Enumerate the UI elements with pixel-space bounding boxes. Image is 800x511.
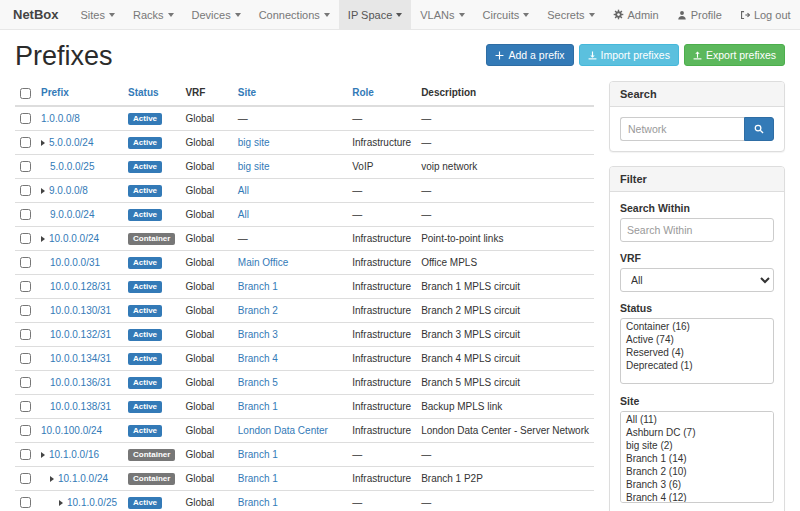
nav-item-devices[interactable]: Devices (183, 0, 250, 29)
listbox-option[interactable]: Branch 1 (14) (622, 452, 772, 465)
listbox-option[interactable]: Active (74) (622, 333, 772, 346)
nav-item-circuits[interactable]: Circuits (474, 0, 539, 29)
search-input[interactable] (620, 117, 744, 141)
prefix-link[interactable]: 5.0.0.0/24 (49, 137, 93, 148)
listbox-option[interactable]: Reserved (4) (622, 346, 772, 359)
site-link[interactable]: Branch 1 (238, 401, 278, 412)
export-prefixes-label: Export prefixes (706, 49, 776, 61)
table-row: 10.0.0.0/31ActiveGlobalMain OfficeInfras… (15, 250, 594, 274)
row-checkbox[interactable] (20, 137, 31, 148)
status-cell: Active (123, 418, 180, 442)
site-link[interactable]: All (238, 185, 249, 196)
row-checkbox[interactable] (20, 329, 31, 340)
site-link[interactable]: big site (238, 161, 270, 172)
prefix-link[interactable]: 10.1.0.0/16 (49, 449, 99, 460)
select-all-checkbox[interactable] (20, 88, 31, 99)
nav-item-racks[interactable]: Racks (124, 0, 183, 29)
nav-item-connections[interactable]: Connections (250, 0, 339, 29)
checkbox-cell (15, 178, 36, 202)
prefix-link[interactable]: 5.0.0.0/25 (50, 161, 94, 172)
site-link[interactable]: big site (238, 137, 270, 148)
prefix-link[interactable]: 10.0.100.0/24 (41, 425, 102, 436)
column-header-site[interactable]: Site (238, 87, 256, 98)
prefix-link[interactable]: 10.0.0.128/31 (50, 281, 111, 292)
nav-item-sites[interactable]: Sites (72, 0, 124, 29)
prefix-link[interactable]: 10.0.0.136/31 (50, 377, 111, 388)
listbox-option[interactable]: All (11) (622, 413, 772, 426)
row-checkbox[interactable] (20, 113, 31, 124)
prefix-link[interactable]: 9.0.0.0/8 (49, 185, 88, 196)
row-checkbox[interactable] (20, 281, 31, 292)
nav-admin[interactable]: Admin (604, 0, 668, 29)
prefix-link[interactable]: 10.1.0.0/25 (67, 497, 117, 508)
nav-item-ip-space[interactable]: IP Space (339, 0, 411, 29)
prefix-link[interactable]: 1.0.0.0/8 (41, 113, 80, 124)
row-checkbox[interactable] (20, 377, 31, 388)
row-checkbox[interactable] (20, 353, 31, 364)
site-link[interactable]: London Data Center (238, 425, 328, 436)
nav-item-secrets[interactable]: Secrets (538, 0, 603, 29)
vrf-cell: Global (180, 226, 232, 250)
checkbox-cell (15, 490, 36, 511)
listbox-option[interactable]: big site (2) (622, 439, 772, 452)
row-checkbox[interactable] (20, 209, 31, 220)
row-checkbox[interactable] (20, 449, 31, 460)
status-listbox[interactable]: Container (16)Active (74)Reserved (4)Dep… (620, 318, 774, 384)
site-link[interactable]: Branch 3 (238, 329, 278, 340)
listbox-option[interactable]: Branch 4 (12) (622, 491, 772, 503)
row-checkbox[interactable] (20, 497, 31, 508)
vrf-cell: Global (180, 442, 232, 466)
column-header-status[interactable]: Status (128, 87, 159, 98)
column-header-prefix[interactable]: Prefix (41, 87, 69, 98)
prefix-link[interactable]: 10.0.0.132/31 (50, 329, 111, 340)
role-cell: — (347, 202, 416, 226)
prefix-link[interactable]: 10.0.0.0/31 (50, 257, 100, 268)
listbox-option[interactable]: Deprecated (1) (622, 359, 772, 372)
site-link[interactable]: Branch 1 (238, 449, 278, 460)
prefix-link[interactable]: 10.0.0.134/31 (50, 353, 111, 364)
site-listbox[interactable]: All (11)Ashburn DC (7)big site (2)Branch… (620, 411, 774, 503)
site-link[interactable]: Branch 5 (238, 377, 278, 388)
column-header-role[interactable]: Role (352, 87, 374, 98)
site-link[interactable]: Branch 1 (238, 473, 278, 484)
nav-item-vlans[interactable]: VLANs (411, 0, 473, 29)
nav-logout[interactable]: Log out (731, 0, 800, 29)
prefix-link[interactable]: 10.1.0.0/24 (58, 473, 108, 484)
nav-profile[interactable]: Profile (668, 0, 731, 29)
listbox-option[interactable]: Container (16) (622, 320, 772, 333)
role-cell: Infrastructure (347, 250, 416, 274)
listbox-option[interactable]: Ashburn DC (7) (622, 426, 772, 439)
site-link[interactable]: Main Office (238, 257, 288, 268)
row-checkbox[interactable] (20, 473, 31, 484)
row-checkbox[interactable] (20, 305, 31, 316)
row-checkbox[interactable] (20, 401, 31, 412)
prefix-link[interactable]: 10.0.0.0/24 (49, 233, 99, 244)
prefix-link[interactable]: 9.0.0.0/24 (50, 209, 94, 220)
site-cell: Branch 1 (233, 466, 347, 490)
site-cell: Branch 1 (233, 442, 347, 466)
search-button[interactable] (744, 117, 774, 141)
site-link[interactable]: Branch 1 (238, 497, 278, 508)
status-badge: Active (128, 377, 162, 389)
search-within-input[interactable] (620, 218, 774, 242)
row-checkbox[interactable] (20, 161, 31, 172)
row-checkbox[interactable] (20, 233, 31, 244)
site-link[interactable]: All (238, 209, 249, 220)
listbox-option[interactable]: Branch 3 (6) (622, 478, 772, 491)
row-checkbox[interactable] (20, 425, 31, 436)
site-link[interactable]: Branch 1 (238, 281, 278, 292)
prefix-link[interactable]: 10.0.0.130/31 (50, 305, 111, 316)
prefix-link[interactable]: 10.0.0.138/31 (50, 401, 111, 412)
row-checkbox[interactable] (20, 257, 31, 268)
brand-netbox[interactable]: NetBox (0, 0, 72, 29)
status-cell: Container (123, 442, 180, 466)
vrf-select[interactable]: All (620, 268, 774, 292)
add-prefix-button[interactable]: Add a prefix (486, 44, 573, 66)
row-checkbox[interactable] (20, 185, 31, 196)
site-link[interactable]: Branch 4 (238, 353, 278, 364)
site-link[interactable]: Branch 2 (238, 305, 278, 316)
listbox-option[interactable]: Branch 2 (10) (622, 465, 772, 478)
chevron-down-icon (523, 13, 529, 17)
export-prefixes-button[interactable]: Export prefixes (684, 44, 785, 66)
import-prefixes-button[interactable]: Import prefixes (579, 44, 679, 66)
